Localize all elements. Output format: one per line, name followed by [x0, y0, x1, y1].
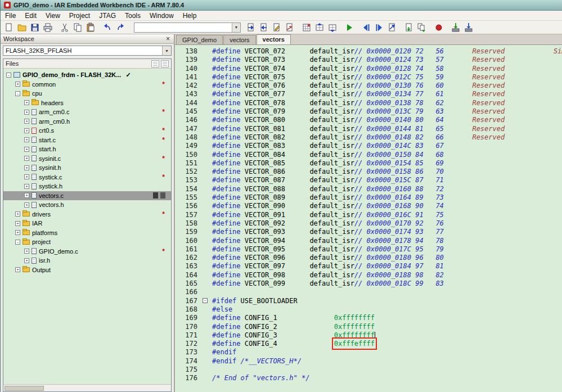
tree-item-project[interactable]: -project: [3, 237, 171, 247]
compile-button[interactable]: [402, 21, 415, 33]
code-line[interactable]: 154#define VECTOR_088 default_isr// 0x00…: [175, 185, 562, 193]
tree-item-iar[interactable]: +IAR: [3, 219, 171, 228]
code-line[interactable]: 150#define VECTOR_084 default_isr// 0x00…: [175, 151, 562, 159]
expand-icon[interactable]: +: [24, 128, 29, 133]
replace-button[interactable]: [270, 21, 283, 33]
collapse-icon[interactable]: -: [15, 240, 20, 245]
code-line[interactable]: 160#define VECTOR_094 default_isr// 0x00…: [175, 237, 562, 245]
go-to-definition-button[interactable]: [385, 21, 398, 33]
code-line[interactable]: 140#define VECTOR_074 default_isr// 0x00…: [175, 65, 562, 73]
expand-icon[interactable]: +: [15, 211, 20, 217]
tree-item-sysinit-h[interactable]: +sysinit.h: [3, 163, 171, 173]
expand-icon[interactable]: +: [24, 110, 29, 115]
code-line[interactable]: 166: [175, 288, 562, 296]
tree-item-sysinit-c[interactable]: +sysinit.c*: [3, 154, 171, 164]
tree-item-cpu[interactable]: -cpu: [3, 89, 171, 98]
tree-item-start-h[interactable]: +start.h: [3, 145, 171, 154]
code-line[interactable]: 145#define VECTOR_079 default_isr// 0x00…: [175, 107, 562, 116]
find-next-button[interactable]: [244, 21, 257, 33]
print-button[interactable]: [41, 21, 54, 33]
tree-item-crt0-s[interactable]: +crt0.s*: [3, 126, 171, 136]
expand-icon[interactable]: +: [24, 258, 29, 263]
paste-button[interactable]: [84, 21, 97, 33]
sort-files-icon[interactable]: [151, 60, 159, 67]
tree-item-drivers[interactable]: +drivers*: [3, 210, 171, 219]
code-editor[interactable]: 138#define VECTOR_072 default_isr// 0x00…: [175, 45, 562, 392]
code-line[interactable]: 149#define VECTOR_083 default_isr// 0x00…: [175, 142, 562, 150]
find-combo[interactable]: ▼: [134, 22, 241, 33]
tree-item-arm-cm0-c[interactable]: +arm_cm0.c*: [3, 107, 171, 117]
tree-item-vectors-h[interactable]: +vectors.h: [3, 200, 171, 210]
tree-item-systick-c[interactable]: +systick.c*: [3, 173, 171, 182]
tree-item-platforms[interactable]: +platforms: [3, 228, 171, 238]
file-columns-icon[interactable]: [161, 60, 169, 67]
code-line[interactable]: 139#define VECTOR_073 default_isr// 0x00…: [175, 56, 562, 64]
navigate-forward-button[interactable]: [372, 21, 385, 33]
code-line[interactable]: 144#define VECTOR_078 default_isr// 0x00…: [175, 99, 562, 107]
code-line[interactable]: 165#define VECTOR_099 default_isr// 0x00…: [175, 280, 562, 288]
menu-item-view[interactable]: View: [41, 11, 65, 20]
code-line[interactable]: 143#define VECTOR_077 default_isr// 0x00…: [175, 90, 562, 98]
code-line[interactable]: 164#define VECTOR_098 default_isr// 0x00…: [175, 271, 562, 280]
code-line[interactable]: 162#define VECTOR_096 default_isr// 0x00…: [175, 254, 562, 262]
undo-button[interactable]: [101, 21, 114, 33]
code-line[interactable]: 172#define CONFIG_4 0xfffeffff: [175, 340, 562, 348]
expand-icon[interactable]: +: [24, 165, 29, 170]
make-button[interactable]: [415, 21, 428, 33]
code-line[interactable]: 163#define VECTOR_097 default_isr// 0x00…: [175, 262, 562, 271]
previous-bookmark-button[interactable]: [313, 21, 326, 33]
save-button[interactable]: [28, 21, 41, 33]
workspace-close-button[interactable]: ×: [165, 36, 171, 42]
expand-icon[interactable]: +: [24, 156, 29, 161]
copy-button[interactable]: [71, 21, 84, 33]
workspace-hscrollbar[interactable]: [3, 384, 171, 391]
code-line[interactable]: 157#define VECTOR_091 default_isr// 0x00…: [175, 211, 562, 219]
new-document-button[interactable]: [2, 21, 15, 33]
code-line[interactable]: 169#define CONFIG_1 0xffffffff: [175, 314, 562, 322]
code-line[interactable]: 171#define CONFIG_3 0xffffffff: [175, 331, 562, 340]
tab-gpio-demo-0[interactable]: GPIO_demo: [176, 35, 223, 44]
title-bar[interactable]: GPIO_demo - IAR Embedded Workbench IDE -…: [1, 0, 562, 11]
menu-item-jtag[interactable]: JTAG: [95, 11, 120, 20]
menu-item-edit[interactable]: Edit: [20, 11, 41, 20]
expand-icon[interactable]: +: [15, 267, 20, 272]
expand-icon[interactable]: +: [24, 249, 29, 254]
collapse-icon[interactable]: -: [6, 73, 11, 78]
code-line[interactable]: 173#endif: [175, 348, 562, 357]
tree-item-vectors-c[interactable]: +vectors.c: [3, 191, 171, 201]
tree-item-output[interactable]: +Output: [3, 265, 171, 275]
expand-icon[interactable]: +: [24, 137, 29, 142]
code-line[interactable]: 151#define VECTOR_085 default_isr// 0x00…: [175, 159, 562, 168]
tree-item-common[interactable]: +common*: [3, 80, 171, 89]
code-line[interactable]: 146#define VECTOR_080 default_isr// 0x00…: [175, 116, 562, 124]
code-line[interactable]: 158#define VECTOR_092 default_isr// 0x00…: [175, 219, 562, 228]
code-line[interactable]: 161#define VECTOR_095 default_isr// 0x00…: [175, 245, 562, 254]
chevron-down-icon[interactable]: ▼: [162, 46, 171, 55]
code-line[interactable]: 156#define VECTOR_090 default_isr// 0x00…: [175, 202, 562, 210]
menu-item-help[interactable]: Help: [178, 11, 201, 20]
tree-item-headers[interactable]: +headers: [3, 98, 171, 108]
expand-icon[interactable]: +: [15, 82, 20, 87]
tree-item-gpio-demo-c[interactable]: +GPIO_demo.c*: [3, 247, 171, 256]
code-line[interactable]: 141#define VECTOR_075 default_isr// 0x00…: [175, 73, 562, 82]
menu-item-project[interactable]: Project: [65, 11, 95, 20]
expand-icon[interactable]: +: [15, 221, 20, 226]
menu-item-file[interactable]: File: [1, 11, 20, 20]
tree-item-systick-h[interactable]: +systick.h: [3, 182, 171, 191]
open-button[interactable]: [15, 21, 28, 33]
code-line[interactable]: 153#define VECTOR_087 default_isr// 0x00…: [175, 176, 562, 184]
code-line[interactable]: 170#define CONFIG_2 0xffffffff: [175, 323, 562, 331]
code-line[interactable]: 174#endif /*__VECTORS_H*/: [175, 357, 562, 366]
code-line[interactable]: 147#define VECTOR_081 default_isr// 0x00…: [175, 125, 562, 133]
expand-icon[interactable]: +: [24, 202, 29, 208]
code-line[interactable]: 138#define VECTOR_072 default_isr// 0x00…: [175, 47, 562, 56]
tree-item-start-c[interactable]: +start.c*: [3, 136, 171, 145]
navigate-backward-button[interactable]: [359, 21, 372, 33]
toggle-breakpoint-button[interactable]: [432, 21, 445, 33]
code-line[interactable]: 152#define VECTOR_086 default_isr// 0x00…: [175, 168, 562, 176]
redo-button[interactable]: [114, 21, 127, 33]
expand-icon[interactable]: +: [24, 147, 29, 152]
chevron-down-icon[interactable]: ▼: [232, 23, 240, 32]
expand-icon[interactable]: +: [24, 119, 29, 124]
tree-item-isr-h[interactable]: +isr.h: [3, 256, 171, 265]
